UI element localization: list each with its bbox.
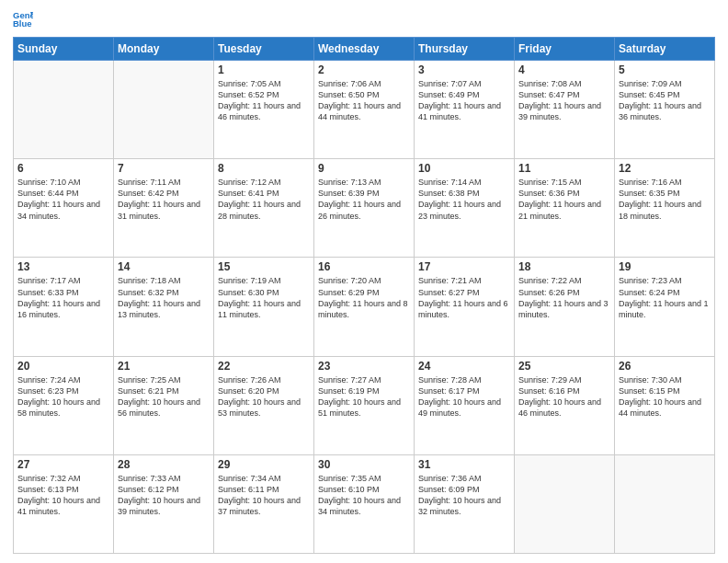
day-detail: Sunrise: 7:06 AMSunset: 6:50 PMDaylight:…: [318, 78, 410, 123]
day-number: 10: [418, 162, 510, 175]
day-number: 18: [518, 260, 610, 273]
day-detail: Sunrise: 7:12 AMSunset: 6:41 PMDaylight:…: [218, 177, 310, 222]
day-cell: 17Sunrise: 7:21 AMSunset: 6:27 PMDayligh…: [415, 258, 515, 356]
day-cell: 10Sunrise: 7:14 AMSunset: 6:38 PMDayligh…: [415, 159, 515, 258]
day-number: 26: [619, 360, 711, 373]
day-number: 30: [318, 458, 410, 471]
day-detail: Sunrise: 7:10 AMSunset: 6:44 PMDaylight:…: [17, 177, 109, 222]
day-number: 1: [218, 63, 310, 76]
day-number: 12: [619, 162, 711, 175]
day-cell: 7Sunrise: 7:11 AMSunset: 6:42 PMDaylight…: [114, 159, 214, 258]
week-row-3: 13Sunrise: 7:17 AMSunset: 6:33 PMDayligh…: [14, 258, 715, 356]
day-cell: 28Sunrise: 7:33 AMSunset: 6:12 PMDayligh…: [114, 454, 214, 553]
svg-text:Blue: Blue: [13, 18, 32, 29]
day-detail: Sunrise: 7:21 AMSunset: 6:27 PMDaylight:…: [418, 275, 510, 320]
page: General Blue SundayMondayTuesdayWednesda…: [0, 0, 728, 563]
day-cell: [114, 61, 214, 159]
day-number: 25: [518, 360, 610, 373]
day-number: 14: [118, 260, 210, 273]
day-number: 22: [218, 360, 310, 373]
day-number: 19: [619, 260, 711, 273]
day-cell: 30Sunrise: 7:35 AMSunset: 6:10 PMDayligh…: [314, 454, 415, 553]
day-cell: 27Sunrise: 7:32 AMSunset: 6:13 PMDayligh…: [14, 454, 114, 553]
day-number: 29: [218, 458, 310, 471]
day-detail: Sunrise: 7:28 AMSunset: 6:17 PMDaylight:…: [418, 374, 510, 419]
day-number: 17: [418, 260, 510, 273]
day-cell: 1Sunrise: 7:05 AMSunset: 6:52 PMDaylight…: [214, 61, 314, 159]
day-number: 31: [418, 458, 510, 471]
logo-icon: General Blue: [13, 9, 33, 29]
day-number: 15: [218, 260, 310, 273]
day-number: 16: [318, 260, 410, 273]
day-cell: 8Sunrise: 7:12 AMSunset: 6:41 PMDaylight…: [214, 159, 314, 258]
day-detail: Sunrise: 7:17 AMSunset: 6:33 PMDaylight:…: [17, 275, 109, 320]
col-header-monday: Monday: [114, 38, 214, 61]
day-cell: [14, 61, 114, 159]
day-cell: 24Sunrise: 7:28 AMSunset: 6:17 PMDayligh…: [415, 356, 515, 454]
day-cell: 16Sunrise: 7:20 AMSunset: 6:29 PMDayligh…: [314, 258, 415, 356]
day-cell: 3Sunrise: 7:07 AMSunset: 6:49 PMDaylight…: [415, 61, 515, 159]
day-detail: Sunrise: 7:30 AMSunset: 6:15 PMDaylight:…: [619, 374, 711, 419]
day-cell: 9Sunrise: 7:13 AMSunset: 6:39 PMDaylight…: [314, 159, 415, 258]
day-number: 4: [518, 63, 610, 76]
day-detail: Sunrise: 7:07 AMSunset: 6:49 PMDaylight:…: [418, 78, 510, 123]
day-detail: Sunrise: 7:08 AMSunset: 6:47 PMDaylight:…: [518, 78, 610, 123]
col-header-sunday: Sunday: [14, 38, 114, 61]
day-detail: Sunrise: 7:35 AMSunset: 6:10 PMDaylight:…: [318, 473, 410, 518]
day-cell: 23Sunrise: 7:27 AMSunset: 6:19 PMDayligh…: [314, 356, 415, 454]
day-number: 9: [318, 162, 410, 175]
day-number: 3: [418, 63, 510, 76]
col-header-tuesday: Tuesday: [214, 38, 314, 61]
day-detail: Sunrise: 7:13 AMSunset: 6:39 PMDaylight:…: [318, 177, 410, 222]
day-detail: Sunrise: 7:15 AMSunset: 6:36 PMDaylight:…: [518, 177, 610, 222]
day-detail: Sunrise: 7:19 AMSunset: 6:30 PMDaylight:…: [218, 275, 310, 320]
day-detail: Sunrise: 7:11 AMSunset: 6:42 PMDaylight:…: [118, 177, 210, 222]
day-cell: 6Sunrise: 7:10 AMSunset: 6:44 PMDaylight…: [14, 159, 114, 258]
day-cell: 20Sunrise: 7:24 AMSunset: 6:23 PMDayligh…: [14, 356, 114, 454]
day-cell: 31Sunrise: 7:36 AMSunset: 6:09 PMDayligh…: [415, 454, 515, 553]
col-header-saturday: Saturday: [615, 38, 715, 61]
day-cell: [615, 454, 715, 553]
day-number: 23: [318, 360, 410, 373]
week-row-5: 27Sunrise: 7:32 AMSunset: 6:13 PMDayligh…: [14, 454, 715, 553]
day-number: 27: [17, 458, 109, 471]
day-detail: Sunrise: 7:36 AMSunset: 6:09 PMDaylight:…: [418, 473, 510, 518]
day-detail: Sunrise: 7:09 AMSunset: 6:45 PMDaylight:…: [619, 78, 711, 123]
col-header-friday: Friday: [515, 38, 615, 61]
day-number: 20: [17, 360, 109, 373]
day-detail: Sunrise: 7:29 AMSunset: 6:16 PMDaylight:…: [518, 374, 610, 419]
day-cell: 21Sunrise: 7:25 AMSunset: 6:21 PMDayligh…: [114, 356, 214, 454]
day-cell: 12Sunrise: 7:16 AMSunset: 6:35 PMDayligh…: [615, 159, 715, 258]
col-header-wednesday: Wednesday: [314, 38, 415, 61]
day-cell: 18Sunrise: 7:22 AMSunset: 6:26 PMDayligh…: [515, 258, 615, 356]
day-cell: 29Sunrise: 7:34 AMSunset: 6:11 PMDayligh…: [214, 454, 314, 553]
day-cell: 19Sunrise: 7:23 AMSunset: 6:24 PMDayligh…: [615, 258, 715, 356]
day-cell: 26Sunrise: 7:30 AMSunset: 6:15 PMDayligh…: [615, 356, 715, 454]
day-cell: 13Sunrise: 7:17 AMSunset: 6:33 PMDayligh…: [14, 258, 114, 356]
day-cell: 11Sunrise: 7:15 AMSunset: 6:36 PMDayligh…: [515, 159, 615, 258]
calendar-table: SundayMondayTuesdayWednesdayThursdayFrid…: [13, 37, 715, 554]
day-cell: 22Sunrise: 7:26 AMSunset: 6:20 PMDayligh…: [214, 356, 314, 454]
day-cell: 25Sunrise: 7:29 AMSunset: 6:16 PMDayligh…: [515, 356, 615, 454]
logo: General Blue: [13, 9, 37, 29]
day-detail: Sunrise: 7:27 AMSunset: 6:19 PMDaylight:…: [318, 374, 410, 419]
day-number: 13: [17, 260, 109, 273]
day-detail: Sunrise: 7:14 AMSunset: 6:38 PMDaylight:…: [418, 177, 510, 222]
day-detail: Sunrise: 7:34 AMSunset: 6:11 PMDaylight:…: [218, 473, 310, 518]
day-detail: Sunrise: 7:20 AMSunset: 6:29 PMDaylight:…: [318, 275, 410, 320]
header-row: SundayMondayTuesdayWednesdayThursdayFrid…: [14, 38, 715, 61]
day-detail: Sunrise: 7:18 AMSunset: 6:32 PMDaylight:…: [118, 275, 210, 320]
day-detail: Sunrise: 7:23 AMSunset: 6:24 PMDaylight:…: [619, 275, 711, 320]
day-detail: Sunrise: 7:32 AMSunset: 6:13 PMDaylight:…: [17, 473, 109, 518]
day-detail: Sunrise: 7:05 AMSunset: 6:52 PMDaylight:…: [218, 78, 310, 123]
day-cell: 15Sunrise: 7:19 AMSunset: 6:30 PMDayligh…: [214, 258, 314, 356]
week-row-4: 20Sunrise: 7:24 AMSunset: 6:23 PMDayligh…: [14, 356, 715, 454]
day-detail: Sunrise: 7:24 AMSunset: 6:23 PMDaylight:…: [17, 374, 109, 419]
day-detail: Sunrise: 7:25 AMSunset: 6:21 PMDaylight:…: [118, 374, 210, 419]
day-number: 5: [619, 63, 711, 76]
day-cell: 4Sunrise: 7:08 AMSunset: 6:47 PMDaylight…: [515, 61, 615, 159]
week-row-2: 6Sunrise: 7:10 AMSunset: 6:44 PMDaylight…: [14, 159, 715, 258]
day-number: 28: [118, 458, 210, 471]
day-detail: Sunrise: 7:22 AMSunset: 6:26 PMDaylight:…: [518, 275, 610, 320]
day-number: 7: [118, 162, 210, 175]
